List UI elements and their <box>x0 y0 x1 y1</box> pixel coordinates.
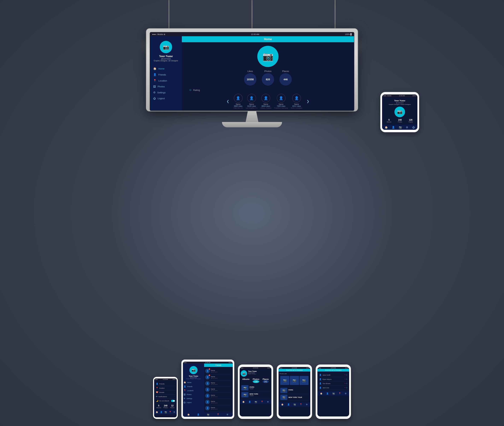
mini-nav-friends[interactable]: 👤 <box>160 411 163 413</box>
tablet-nav-photos[interactable]: 🖼 Photos <box>183 393 204 397</box>
notif-dot-2: 2 <box>209 375 210 376</box>
settings-item-notifications[interactable]: ✉ Notifications › <box>155 395 176 399</box>
tablet-layout: 📷 Your Name @username Graphic Designer, … <box>183 364 233 412</box>
carousel-left[interactable]: ❮ <box>225 99 231 103</box>
tablet-username: @username <box>184 377 203 378</box>
p3-nav-settings[interactable]: ⚙ <box>306 403 308 406</box>
friends-settings-icon: 👤 <box>156 383 158 385</box>
settings-item-donate[interactable]: 💝 Donate › <box>155 390 176 395</box>
p4-nav-settings[interactable]: ⚙ <box>345 392 347 395</box>
nav-item-location[interactable]: 📍 Location <box>150 78 182 84</box>
tablet-nav-logout[interactable]: ⏻ Logout <box>183 401 204 405</box>
p4-nav-friends[interactable]: 👤 <box>326 392 329 395</box>
settings-item-location[interactable]: 📍 location › <box>155 386 176 390</box>
list-item-tom[interactable]: 👤 Tom Brown × ⓘ <box>318 381 348 386</box>
phone-right-status: ●●●○ Mobile 12:00 AM 100% <box>382 94 417 97</box>
phone-right-navbar: 🏠 👤 📷 ⚙ ⏻ <box>382 125 417 130</box>
p3-nav-location[interactable]: 📍 <box>300 403 302 406</box>
tablet-main: Friends 👤 1 Name @username � <box>204 364 233 412</box>
p2-nav-camera[interactable]: 📷 <box>255 401 257 403</box>
main-content: Home 📷 Likes 10358 Photos 820 <box>182 36 354 111</box>
photos-icon: 🖼 <box>153 85 156 88</box>
tablet-home-icon: 🏠 <box>184 381 186 383</box>
tablet-bot-settings[interactable]: ⚙ <box>227 413 228 416</box>
p4-nav-camera[interactable]: 📷 <box>332 392 335 395</box>
content-body: 📷 Likes 10358 Photos 820 Places <box>182 42 354 111</box>
donotdisturb-toggle[interactable] <box>171 400 175 402</box>
phone-right-frame: ●●●○ Mobile 12:00 AM 100% Your Name @use… <box>380 92 419 132</box>
tablet-bot-camera[interactable]: 📷 <box>207 413 210 416</box>
phone-right-nav-logout[interactable]: ⏻ <box>412 126 415 129</box>
phone2-avatar: 📷 <box>241 370 247 377</box>
mini-navbar-1: 🏠 👤 📷 📍 ⚙ <box>154 410 177 414</box>
phone4-body: 👤 Jane Smith × ⓘ 👤 Ryan Wayne <box>317 371 349 391</box>
phone-right-nav-settings[interactable]: ⚙ <box>406 126 408 129</box>
home-icon: 🏠 <box>153 67 157 70</box>
phone-right-nav-friends[interactable]: 👤 <box>392 126 395 129</box>
list-item-jack[interactable]: 👤 Jack Gris × ⓘ <box>318 386 348 390</box>
phone-small-1-screen: ●●●○ 11:05 AM 100% 👤 Friends › 📍 <box>154 378 177 417</box>
phone-large-2-screen: ●●●○ 12:00 AM 100% 📷 Your Name @username… <box>240 367 272 416</box>
stat-likes: Likes 10358 <box>244 70 256 85</box>
tour-paris: 📷 PARIS TOUR <box>241 384 270 391</box>
settings-icon: ⚙ <box>153 91 155 94</box>
friend-item-3: 👤 Name @username <box>205 380 232 387</box>
tablet-nav-settings[interactable]: ⚙ Settings <box>183 397 204 401</box>
list-item-ryan[interactable]: 👤 Ryan Wayne × ⓘ <box>318 377 348 381</box>
tablet-bot-home[interactable]: 🏠 <box>187 413 190 416</box>
tablet-bot-friends[interactable]: 👤 <box>197 413 200 416</box>
p3-nav-camera[interactable]: 📷 <box>294 403 296 406</box>
p2-nav-settings[interactable]: ⚙ <box>267 401 269 403</box>
mini-nav-home[interactable]: 🏠 <box>156 411 158 413</box>
p4-nav-home[interactable]: 🏠 <box>320 392 322 395</box>
phone-small-1-frame: ●●●○ 11:05 AM 100% 👤 Friends › 📍 <box>153 377 178 419</box>
friend-item-2: 👤 2 Name @username <box>205 374 232 380</box>
nav-item-home[interactable]: 🏠 Home <box>150 66 182 72</box>
mini-nav-camera[interactable]: 📷 <box>165 411 167 413</box>
p2-nav-home[interactable]: 🏠 <box>242 401 245 403</box>
phone3-tours: 📷 PARIS × 📷 NEW YORK TOUR <box>280 387 309 401</box>
phone-right-nav-camera[interactable]: 📷 <box>399 126 402 129</box>
p3-nav-home[interactable]: 🏠 <box>281 403 284 406</box>
tablet-nav-friends[interactable]: 👤 Friends <box>183 384 204 389</box>
list-item-jane[interactable]: 👤 Jane Smith × ⓘ <box>318 373 348 377</box>
friend-item-6: 👤 Name @username <box>205 399 232 405</box>
list-icon-jane: 👤 <box>319 374 322 376</box>
tablet-nav-location[interactable]: 📍 LocatioN <box>183 389 204 393</box>
phone-large-2: ●●●○ 12:00 AM 100% 📷 Your Name @username… <box>238 364 273 419</box>
phone2-stats: Albums Photos 230 Places 141 <box>241 378 270 383</box>
tablet-name: Your Name <box>184 375 203 377</box>
monitor-stand-neck <box>241 111 263 122</box>
phone-right-nav-home[interactable]: 🏠 <box>385 126 388 129</box>
settings-item-friends[interactable]: 👤 Friends › <box>155 382 176 386</box>
tablet-photos-icon: 🖼 <box>184 393 186 396</box>
settings-item-donotdisturb[interactable]: 🌙 Do not disturb <box>155 399 176 403</box>
profile-name: Your Name <box>152 55 180 58</box>
p3-nav-friends[interactable]: 👤 <box>287 403 290 406</box>
phone-right-screen: ●●●○ Mobile 12:00 AM 100% Your Name @use… <box>382 94 417 130</box>
mini-nav-location[interactable]: 📍 <box>169 411 171 413</box>
tablet-nav-home[interactable]: 🏠 Home <box>183 380 204 384</box>
nav-item-friends[interactable]: 👤 Friends <box>150 72 182 78</box>
p2-nav-friends[interactable]: 👤 <box>248 401 251 403</box>
stat-photos: Photos 820 <box>262 70 274 85</box>
tablet-header: Friends <box>204 364 233 367</box>
tablet-desc: Graphic Designer, 3D Designer <box>184 378 203 379</box>
nav-item-logout[interactable]: ⏻ Logout <box>150 95 182 101</box>
tablet-navbar: 🏠 👤 📷 📍 ⚙ <box>183 412 233 417</box>
mini-nav-settings[interactable]: ⚙ <box>173 411 175 413</box>
friend-item-4: 👤 Name @username <box>205 387 232 393</box>
profile-username: @username <box>152 58 180 60</box>
carousel-right[interactable]: ❯ <box>305 99 311 103</box>
rating-user-3: 👤 Name 8864 Likes Athens, Greece <box>260 94 272 109</box>
rating-user-5: 👤 Name 6311 Likes Reno, Louisiana <box>291 94 302 109</box>
tablet-screen: ●●●○ 12:00 AM 100% 📷 Your Name @username… <box>183 362 233 417</box>
rating-section: ☺ Rating ❮ 👤 Name 9983 Likes Palo Alto, … <box>185 88 350 111</box>
p2-nav-location[interactable]: 📍 <box>261 401 263 403</box>
p4-nav-location[interactable]: 📍 <box>339 392 341 395</box>
friend-item-1: 👤 1 Name @username <box>205 368 232 374</box>
friend-avatar-4: 👤 <box>205 387 210 392</box>
tablet-bot-location[interactable]: 📍 <box>217 413 219 416</box>
nav-item-settings[interactable]: ⚙ Settings <box>150 90 182 95</box>
nav-item-photos[interactable]: 🖼 Photos <box>150 84 182 90</box>
